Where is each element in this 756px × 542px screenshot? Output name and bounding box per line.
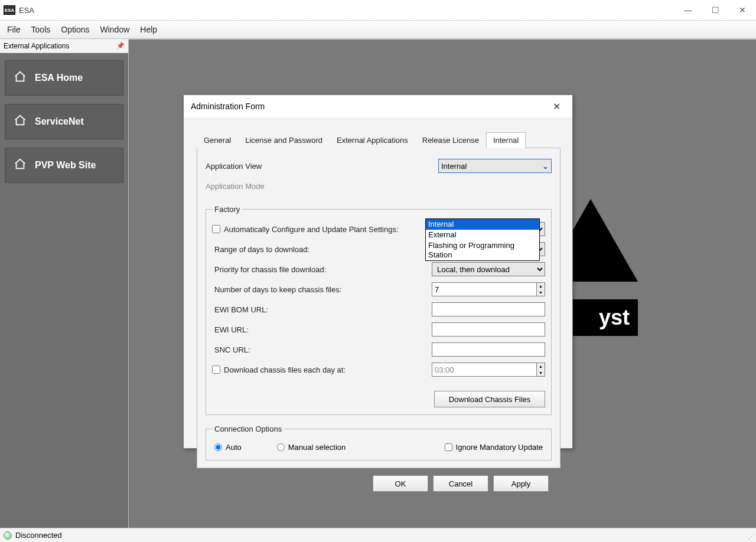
chevron-down-icon: ⌄	[542, 162, 549, 171]
sidebar-item-pvp-web-site[interactable]: PVP Web Site	[5, 148, 123, 183]
dialog-title-bar: Administration Form ✕	[184, 95, 572, 117]
pin-icon[interactable]: 📌	[116, 42, 125, 50]
tab-external-apps[interactable]: External Applications	[330, 132, 415, 148]
minimize-button[interactable]: —	[674, 0, 702, 20]
connection-auto-radio[interactable]: Auto	[214, 443, 242, 452]
status-dot-icon	[4, 531, 12, 540]
tab-general[interactable]: General	[197, 132, 238, 148]
dialog-title: Administration Form	[191, 102, 265, 111]
ewi-bom-label: EWI BOM URL:	[212, 305, 432, 314]
connection-manual-radio[interactable]: Manual selection	[277, 443, 346, 452]
daily-time-input[interactable]	[432, 363, 537, 377]
tab-panel-internal: Application View Internal ⌄ Application …	[197, 148, 561, 468]
spinner-buttons[interactable]: ▲▼	[537, 363, 545, 377]
status-text: Disconnected	[15, 531, 62, 540]
snc-url-input[interactable]	[432, 342, 545, 357]
ewi-url-label: EWI URL:	[212, 325, 432, 334]
priority-label: Priority for chassis file download:	[212, 265, 432, 274]
dropdown-option-external[interactable]: External	[426, 230, 539, 240]
sidebar-item-label: PVP Web Site	[35, 160, 96, 171]
app-title: ESA	[19, 6, 34, 15]
sidebar-title: External Applications	[4, 42, 69, 50]
sidebar-item-servicenet[interactable]: ServiceNet	[5, 104, 123, 139]
daily-download-checkbox[interactable]	[212, 365, 220, 374]
app-mode-label: Application Mode	[206, 182, 552, 191]
snc-url-label: SNC URL:	[212, 345, 432, 354]
tab-license[interactable]: License and Password	[238, 132, 330, 148]
factory-legend: Factory	[212, 205, 242, 214]
apply-button[interactable]: Apply	[493, 475, 549, 492]
ewi-url-input[interactable]	[432, 322, 545, 337]
connection-legend: Connection Options	[212, 425, 284, 433]
app-view-value: Internal	[441, 162, 467, 171]
connection-options-fieldset: Connection Options Auto Manual selection…	[206, 425, 552, 461]
auto-configure-label: Automatically Configure and Update Plant…	[224, 225, 432, 234]
auto-configure-checkbox[interactable]	[212, 225, 220, 233]
menu-options[interactable]: Options	[61, 25, 89, 34]
home-icon	[14, 114, 27, 129]
app-icon: ESA	[4, 5, 15, 15]
menu-window[interactable]: Window	[100, 25, 130, 34]
title-bar: ESA ESA — ☐ ✕	[0, 0, 756, 20]
maximize-button[interactable]: ☐	[702, 0, 729, 20]
sidebar-item-label: ServiceNet	[35, 116, 84, 127]
application-view-dropdown: Internal External Flashing or Programmin…	[425, 218, 540, 261]
sidebar-header: External Applications 📌	[0, 39, 128, 53]
tab-release-license[interactable]: Release License	[415, 132, 486, 148]
sidebar-panel: External Applications 📌 ESA Home Service…	[0, 39, 129, 528]
sidebar: ESA Home ServiceNet PVP Web Site	[0, 53, 128, 528]
dialog-tabs: General License and Password External Ap…	[197, 132, 561, 148]
menu-bar: File Tools Options Window Help	[0, 20, 756, 39]
range-label: Range of days to download:	[212, 245, 432, 254]
sidebar-item-label: ESA Home	[35, 73, 83, 83]
app-view-label: Application View	[206, 162, 438, 171]
keep-days-label: Number of days to keep chassis files:	[212, 285, 432, 294]
tab-internal[interactable]: Internal	[486, 132, 526, 148]
spinner-buttons[interactable]: ▲▼	[537, 282, 545, 296]
priority-select[interactable]: Local, then download	[432, 262, 545, 276]
sidebar-item-esa-home[interactable]: ESA Home	[5, 60, 123, 96]
ewi-bom-input[interactable]	[432, 302, 545, 316]
close-icon[interactable]: ✕	[548, 101, 565, 112]
keep-days-input[interactable]	[432, 282, 537, 296]
resize-grip-icon[interactable]: ⋰	[748, 533, 754, 541]
application-view-select[interactable]: Internal ⌄	[438, 159, 552, 173]
status-bar: Disconnected ⋰	[0, 528, 756, 542]
home-icon	[14, 70, 27, 86]
dropdown-option-flashing[interactable]: Flashing or Programming Station	[426, 240, 539, 260]
daily-download-label: Download chassis files each day at:	[224, 365, 432, 374]
cancel-button[interactable]: Cancel	[433, 475, 488, 492]
download-chassis-button[interactable]: Download Chassis Files	[434, 391, 545, 407]
menu-help[interactable]: Help	[140, 25, 157, 34]
menu-file[interactable]: File	[7, 25, 21, 34]
close-window-button[interactable]: ✕	[729, 0, 756, 20]
dropdown-option-internal[interactable]: Internal	[426, 219, 539, 230]
menu-tools[interactable]: Tools	[31, 25, 51, 34]
ok-button[interactable]: OK	[373, 475, 428, 492]
administration-dialog: Administration Form ✕ General License an…	[183, 94, 573, 449]
home-icon	[14, 158, 27, 173]
ignore-update-checkbox[interactable]: Ignore Mandatory Update	[445, 443, 543, 452]
